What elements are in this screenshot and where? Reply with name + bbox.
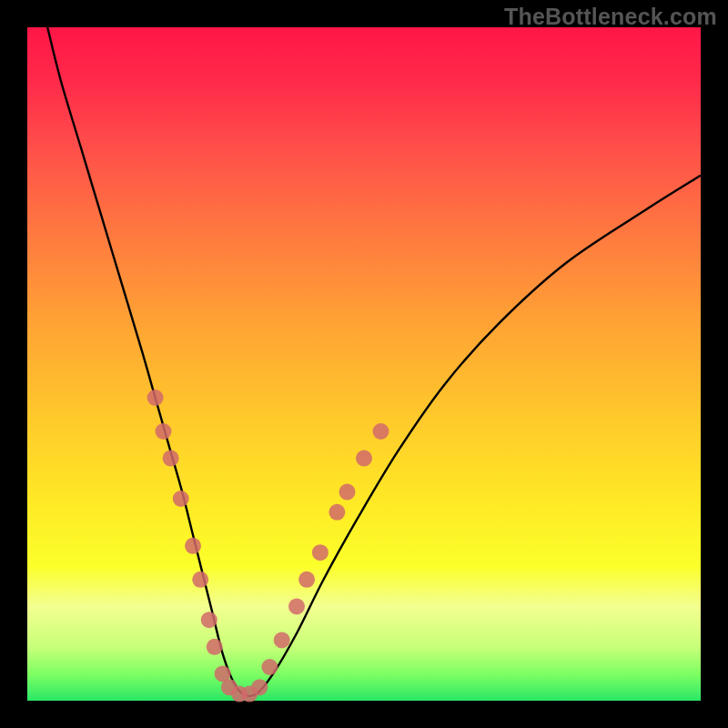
bottleneck-curve [47,27,701,696]
bead-marker [155,423,171,440]
bead-marker [274,632,290,648]
chart-frame: TheBottleneck.com [0,0,728,728]
bead-marker [192,571,208,588]
bead-marker [339,484,356,500]
bead-marker [312,544,329,561]
bead-marker [185,538,201,554]
bead-marker [251,679,268,695]
bead-marker [288,598,305,614]
bead-marker [373,423,389,440]
bead-marker [201,612,217,628]
bead-marker [356,450,372,467]
curve-svg [27,27,701,701]
bead-marker [329,504,345,521]
bead-marker [207,639,223,655]
bead-marker [261,659,278,675]
bead-marker [147,389,164,406]
bead-marker [173,490,189,507]
bead-marker [163,450,179,467]
watermark-text: TheBottleneck.com [504,4,717,30]
plot-area [27,27,701,701]
highlight-beads [147,389,389,703]
bead-marker [298,571,315,588]
